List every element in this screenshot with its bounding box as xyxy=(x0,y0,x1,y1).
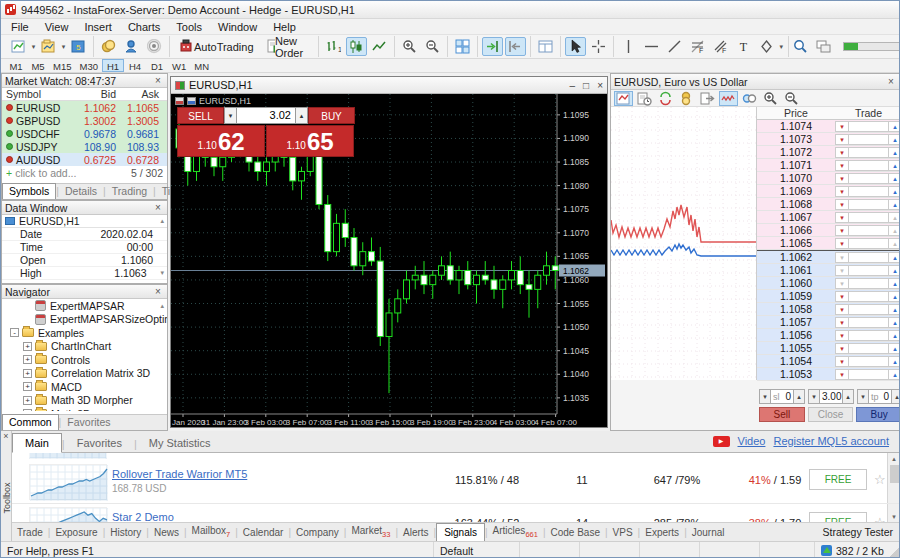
dom-volume-cell[interactable] xyxy=(849,238,888,249)
sell-chevron-icon[interactable]: ▾ xyxy=(835,369,849,380)
tp-decrease-button[interactable]: ▾ xyxy=(857,389,869,404)
new-order-icon[interactable]: New Order xyxy=(261,37,314,56)
dom-volume-cell[interactable] xyxy=(849,212,888,223)
sell-button[interactable]: SELL xyxy=(177,107,224,124)
navigator-item-correlation-matrix-3d[interactable]: +Correlation Matrix 3D xyxy=(2,367,167,381)
close-icon[interactable]: × xyxy=(152,202,164,213)
dom-sell-row[interactable]: 1.1066▾▴ xyxy=(757,224,900,237)
auto-scroll-icon[interactable] xyxy=(482,37,503,56)
tab-details[interactable]: Details xyxy=(59,184,103,199)
chart-shift-icon[interactable] xyxy=(505,37,526,56)
market-watch-row[interactable]: EURUSD1.10621.1065 xyxy=(2,101,167,114)
new-chart-dropdown-icon[interactable]: ▾ xyxy=(30,37,37,56)
dom-volume-cell[interactable] xyxy=(849,199,888,210)
sell-chevron-icon[interactable]: ▾ xyxy=(835,330,849,341)
timeframe-m1[interactable]: M1 xyxy=(5,59,27,72)
sell-chevron-icon[interactable]: ▾ xyxy=(835,317,849,328)
navigator-item-macd[interactable]: +MACD xyxy=(2,380,167,394)
toolbox-tab-company[interactable]: Company xyxy=(291,525,344,540)
timeframe-m15[interactable]: M15 xyxy=(49,59,75,72)
expand-icon[interactable]: + xyxy=(23,382,32,391)
buy-price-panel[interactable]: 1.10 65 xyxy=(266,125,354,157)
navigator-item-math-3d-morpher[interactable]: +Math 3D Morpher xyxy=(2,394,167,408)
resize-grip[interactable] xyxy=(889,547,899,557)
bars-icon[interactable]: 1 xyxy=(323,37,344,56)
market-watch-row[interactable]: USDCHF0.96780.9681 xyxy=(2,127,167,140)
toolbox-tab-experts[interactable]: Experts xyxy=(640,525,684,540)
cursor-icon[interactable] xyxy=(565,37,586,56)
sell-chevron-icon[interactable]: ▾ xyxy=(835,134,849,145)
buy-chevron-icon[interactable]: ▴ xyxy=(888,160,900,171)
crosshair-icon[interactable] xyxy=(588,37,609,56)
signal-row[interactable]: Rollover Trade Warrior MT5168.78 USD115.… xyxy=(12,461,900,504)
channels-icon[interactable]: F xyxy=(710,37,731,56)
buy-chevron-icon[interactable]: ▴ xyxy=(888,317,900,328)
dom-volume-icon[interactable] xyxy=(677,91,696,106)
zoom-out-icon[interactable] xyxy=(782,91,801,106)
sell-chevron-icon[interactable]: ▾ xyxy=(835,356,849,367)
expand-icon[interactable]: + xyxy=(23,369,32,378)
sell-chevron-icon[interactable]: ▾ xyxy=(835,173,849,184)
tab-main[interactable]: Main xyxy=(12,433,62,453)
buy-chevron-icon[interactable]: ▴ xyxy=(888,252,900,263)
dom-volume-cell[interactable] xyxy=(849,343,888,354)
scroll-up-icon[interactable]: ▴ xyxy=(160,217,167,225)
close-icon[interactable]: × xyxy=(152,286,164,297)
dom-volume-cell[interactable] xyxy=(849,160,888,171)
menu-tools[interactable]: Tools xyxy=(168,21,210,33)
dom-volume-cell[interactable] xyxy=(849,186,888,197)
favorite-star-icon[interactable]: ☆ xyxy=(874,472,886,487)
timeframe-h4[interactable]: H4 xyxy=(124,59,146,72)
signal-row-partial[interactable] xyxy=(29,453,107,459)
dom-buy-row[interactable]: 1.1056▾▴ xyxy=(757,329,900,342)
dom-sell-button[interactable]: Sell xyxy=(759,407,805,422)
expand-icon[interactable]: + xyxy=(23,409,32,411)
dom-buy-row[interactable]: 1.1060▾▴ xyxy=(757,277,900,290)
dom-buy-row[interactable]: 1.1054▾▴ xyxy=(757,355,900,368)
trendline-icon[interactable] xyxy=(664,37,685,56)
buy-chevron-icon[interactable]: ▴ xyxy=(888,186,900,197)
sell-chevron-icon[interactable]: ▾ xyxy=(835,147,849,158)
navigator-item-expertmapsar[interactable]: ExpertMAPSAR▴ xyxy=(2,299,167,313)
tab-trading[interactable]: Trading xyxy=(106,184,153,199)
sell-chevron-icon[interactable]: ▾ xyxy=(835,291,849,302)
dom-refresh-icon[interactable] xyxy=(656,91,675,106)
buy-chevron-icon[interactable]: ▴ xyxy=(888,278,900,289)
dom-volume-cell[interactable] xyxy=(849,252,888,263)
tab-symbols[interactable]: Symbols xyxy=(2,183,56,199)
profiles-icon[interactable] xyxy=(38,37,59,56)
sell-chevron-icon[interactable]: ▾ xyxy=(835,252,849,263)
dom-book-icon[interactable] xyxy=(635,91,654,106)
sell-chevron-icon[interactable]: ▾ xyxy=(835,343,849,354)
text-icon[interactable]: T xyxy=(733,37,754,56)
buy-chevron-icon[interactable]: ▴ xyxy=(888,343,900,354)
minimize-icon[interactable]: – xyxy=(570,80,576,91)
dom-sell-row[interactable]: 1.1069▾▴ xyxy=(757,185,900,198)
navigator-item-chartinchart[interactable]: +ChartInChart xyxy=(2,340,167,354)
toolbox-tab-alerts[interactable]: Alerts xyxy=(398,525,434,540)
sell-chevron-icon[interactable]: ▾ xyxy=(835,160,849,171)
buy-chevron-icon[interactable]: ▴ xyxy=(888,291,900,302)
sl-decrease-button[interactable]: ▾ xyxy=(759,389,771,404)
dom-export-icon[interactable] xyxy=(698,91,717,106)
dom-volume-cell[interactable] xyxy=(849,121,888,132)
dom-volume-cell[interactable] xyxy=(849,369,888,380)
shapes-icon[interactable] xyxy=(756,37,777,56)
dom-sell-row[interactable]: 1.1068▾▴ xyxy=(757,198,900,211)
dom-group-icon[interactable] xyxy=(740,91,759,106)
signal-row[interactable]: Star 2 Demo2 508 EUR163.44% / 5214285 /7… xyxy=(12,504,900,522)
scroll-down-icon[interactable]: ▾ xyxy=(160,269,167,277)
profiles-dropdown-icon[interactable]: ▾ xyxy=(60,37,67,56)
navigator-item-controls[interactable]: +Controls xyxy=(2,353,167,367)
toolbox-tab-journal[interactable]: Journal xyxy=(687,525,730,540)
tile-windows-icon[interactable] xyxy=(452,37,473,56)
lot-stepper[interactable]: ▾ 3.00 ▴ xyxy=(808,389,854,404)
dom-tick-chart[interactable] xyxy=(611,107,757,380)
video-link[interactable]: Video xyxy=(738,435,766,447)
toolbox-tab-signals[interactable]: Signals xyxy=(436,523,485,542)
timeframe-mn[interactable]: MN xyxy=(190,59,213,72)
free-button[interactable]: FREE xyxy=(809,469,867,490)
toolbox-tab-calendar[interactable]: Calendar xyxy=(238,525,289,540)
signal-name-link[interactable]: Rollover Trade Warrior MT5 xyxy=(112,468,247,480)
video-icon[interactable]: ▶ xyxy=(713,436,730,447)
